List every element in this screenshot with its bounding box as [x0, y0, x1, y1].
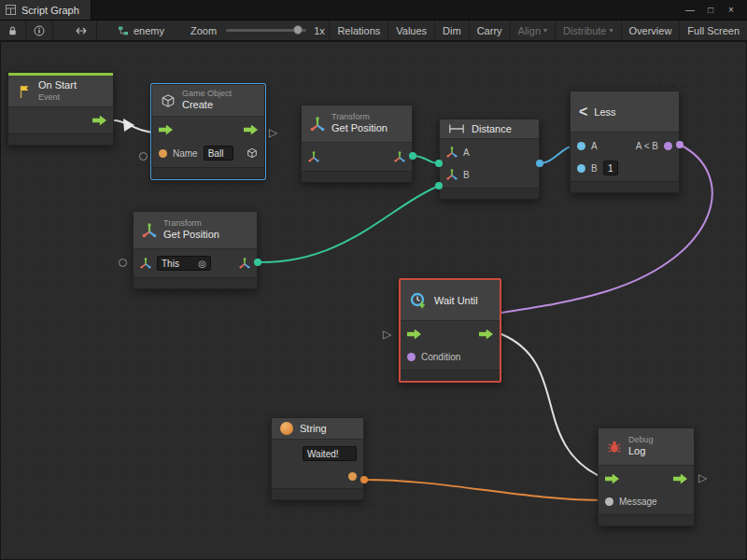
node-footer [152, 167, 264, 178]
window-titlebar: Script Graph — □ × [0, 0, 747, 21]
condition-label: Condition [421, 352, 460, 362]
node-debug-log[interactable]: Debug Log Message [598, 427, 695, 526]
node-distance[interactable]: Distance A B [439, 119, 540, 200]
input-a-label: A [463, 147, 470, 158]
node-footer [134, 277, 257, 288]
b-value-field[interactable]: 1 [603, 161, 618, 175]
b-input-port[interactable] [577, 164, 585, 173]
position-output-port[interactable] [394, 151, 405, 162]
graph-breadcrumb[interactable]: enemy [118, 25, 164, 36]
node-footer [8, 133, 113, 145]
info-icon [34, 25, 45, 36]
minimize-button[interactable]: — [682, 3, 698, 18]
graph-name: enemy [134, 25, 164, 36]
input-a-label: A [591, 141, 598, 151]
node-footer [599, 514, 694, 525]
info-toggle[interactable] [26, 21, 53, 40]
getposition2-empty-port[interactable] [119, 259, 127, 267]
output-label: A < B [636, 141, 658, 151]
swap-arrows-icon [74, 26, 89, 35]
transform-icon [310, 117, 325, 132]
maximize-button[interactable]: □ [702, 3, 719, 18]
node-get-position-1[interactable]: Transform Get Position [301, 105, 413, 183]
graph-canvas[interactable]: On Start Event Game Object Create [0, 41, 747, 560]
ruler-icon [448, 123, 465, 134]
vector-a-input-port[interactable] [446, 147, 458, 158]
node-title: Distance [472, 123, 512, 134]
node-footer [302, 171, 412, 182]
flow-output-port[interactable] [673, 474, 687, 484]
node-on-start[interactable]: On Start Event [7, 72, 114, 146]
graph-toolbar: enemy Zoom 1x Relations Values Dim Carry… [0, 21, 747, 41]
lock-icon [7, 25, 18, 36]
flow-output-port[interactable] [244, 125, 258, 135]
flow-input-port[interactable] [407, 329, 421, 340]
message-input-port[interactable] [605, 497, 613, 506]
transform-input-port[interactable] [308, 151, 319, 162]
flow-input-port[interactable] [159, 125, 173, 135]
node-title: Create [182, 99, 232, 112]
input-b-label: B [591, 163, 598, 174]
flow-triangle-marker: ▷ [698, 472, 707, 483]
toolbar-buttons: Relations Values Dim Carry Align▾ Distri… [329, 21, 747, 40]
name-field[interactable]: Ball [204, 146, 233, 161]
wire-waituntil-to-debuglog [501, 334, 603, 478]
carry-button[interactable]: Carry [469, 21, 510, 40]
chevron-down-icon: ▾ [543, 26, 547, 35]
close-button[interactable]: × [723, 3, 740, 18]
zoom-slider[interactable] [226, 29, 306, 32]
dim-button[interactable]: Dim [434, 21, 469, 40]
wire-getposition1-to-distance-a [413, 156, 439, 163]
input-b-label: B [463, 170, 470, 180]
a-input-port[interactable] [577, 142, 585, 150]
overview-button[interactable]: Overview [621, 21, 680, 40]
node-footer [571, 181, 679, 192]
vector-b-input-port[interactable] [446, 169, 458, 180]
lock-toggle[interactable] [0, 21, 26, 40]
flow-direction-arrow [123, 119, 134, 132]
wait-clock-icon [409, 291, 428, 310]
node-get-position-2[interactable]: Transform Get Position This ◎ [133, 211, 258, 289]
gameobject-output-port[interactable] [247, 147, 258, 159]
node-category: Transform [163, 218, 219, 229]
distribute-button[interactable]: Distribute▾ [555, 21, 620, 40]
node-less[interactable]: < Less A A < B B 1 [570, 91, 680, 193]
node-subtitle: Event [38, 92, 77, 103]
node-category: Game Object [182, 89, 232, 99]
string-value-field[interactable]: Waited! [303, 446, 357, 461]
node-category: Transform [331, 112, 388, 122]
node-footer [401, 370, 500, 381]
target-field[interactable]: This ◎ [157, 256, 211, 271]
node-create[interactable]: Game Object Create Name Ball [151, 84, 265, 179]
object-picker-icon[interactable]: ◎ [198, 259, 206, 269]
transform-input-port[interactable] [140, 258, 151, 269]
script-graph-asset-icon [118, 25, 129, 36]
flow-output-port[interactable] [479, 329, 493, 340]
string-output-port[interactable] [348, 472, 357, 481]
node-title: Get Position [163, 229, 219, 242]
create-name-empty-port[interactable] [139, 152, 148, 161]
flow-output-port[interactable] [92, 116, 106, 126]
condition-input-port[interactable] [407, 353, 416, 361]
position-output-port[interactable] [239, 258, 250, 269]
name-label: Name [173, 148, 198, 159]
align-button[interactable]: Align▾ [510, 21, 555, 40]
flag-icon [17, 84, 32, 99]
tab-script-graph[interactable]: Script Graph [0, 0, 92, 20]
full-screen-button[interactable]: Full Screen [679, 21, 747, 40]
relations-button[interactable]: Relations [329, 21, 388, 40]
flow-triangle-marker: ▷ [383, 329, 391, 340]
node-title: Less [594, 106, 615, 118]
node-wait-until[interactable]: Wait Until Condition [399, 278, 501, 383]
result-output-port[interactable] [664, 142, 672, 150]
name-input-port[interactable] [159, 149, 167, 158]
node-category: Debug [628, 435, 654, 445]
less-icon: < [579, 105, 587, 119]
zoom-slider-handle[interactable] [293, 25, 303, 35]
node-footer [272, 488, 363, 499]
values-button[interactable]: Values [388, 21, 434, 40]
node-string[interactable]: String Waited! [271, 417, 364, 500]
flow-input-port[interactable] [605, 474, 619, 484]
navigate-parent[interactable] [66, 21, 97, 40]
message-label: Message [619, 497, 657, 507]
